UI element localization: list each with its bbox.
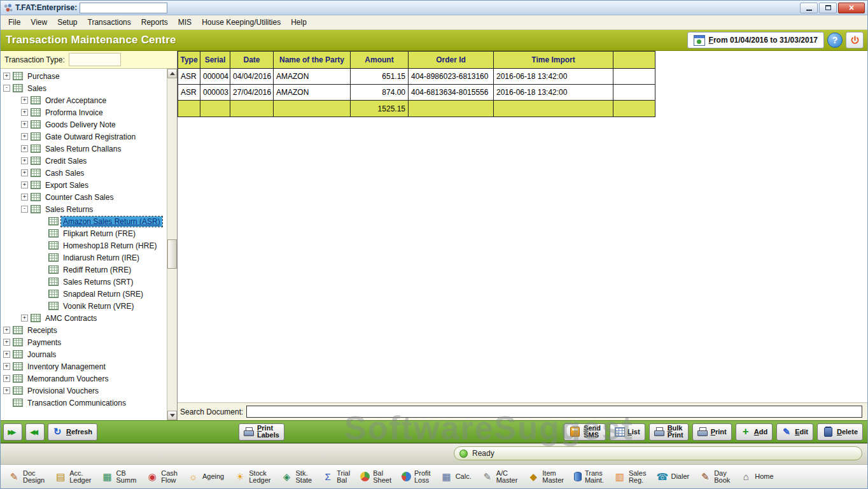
tree-item[interactable]: +Journals: [1, 348, 167, 360]
scroll-down-button[interactable]: [167, 411, 177, 420]
print-button[interactable]: Print: [692, 423, 732, 441]
shortcut-profit-loss[interactable]: ProfitLoss: [397, 468, 435, 486]
expand-icon[interactable]: +: [21, 121, 28, 128]
shortcut-ac-master[interactable]: ✎A/CMaster: [477, 468, 522, 486]
shortcut-bal-sheet[interactable]: BalSheet: [356, 468, 396, 486]
menu-item-reports[interactable]: Reports: [136, 16, 173, 29]
tree-item[interactable]: +Memorandum Vouchers: [1, 372, 167, 385]
shortcut-calc[interactable]: ▦Calc.: [437, 470, 476, 484]
tree-item[interactable]: +AMC Contracts: [1, 312, 167, 324]
expand-icon[interactable]: +: [3, 327, 10, 334]
expand-icon[interactable]: +: [21, 315, 28, 322]
date-range-button[interactable]: From 01/04/2016 to 31/03/2017: [687, 32, 824, 48]
refresh-button[interactable]: Refresh: [48, 423, 97, 441]
tree-item[interactable]: +Goods Delivery Note: [1, 118, 167, 131]
shortcut-cb-summ[interactable]: ▦CBSumm: [97, 468, 141, 486]
title-bar-input[interactable]: [80, 3, 167, 13]
exit-button[interactable]: [846, 32, 864, 48]
expand-icon[interactable]: +: [3, 351, 10, 358]
shortcut-ageing[interactable]: ☼Ageing: [183, 470, 228, 484]
expand-icon[interactable]: +: [21, 97, 28, 104]
list-button[interactable]: List: [610, 423, 645, 441]
menu-item-setup[interactable]: Setup: [52, 16, 82, 29]
expand-icon[interactable]: +: [21, 194, 28, 201]
expand-icon[interactable]: +: [3, 339, 10, 346]
expand-icon[interactable]: +: [21, 181, 28, 188]
rewind-button[interactable]: [25, 423, 45, 441]
shortcut-item-master[interactable]: ◆ItemMaster: [523, 468, 568, 486]
tree-item[interactable]: +Payments: [1, 336, 167, 348]
expand-icon[interactable]: +: [21, 145, 28, 152]
tree-item[interactable]: +Purchase: [1, 70, 167, 82]
tree-item[interactable]: +Export Sales: [1, 179, 167, 191]
menu-item-house-keeping-utilities[interactable]: House Keeping/Utilities: [197, 16, 286, 29]
minimize-button[interactable]: [800, 3, 818, 13]
menu-item-mis[interactable]: MIS: [173, 16, 197, 29]
send-sms-button[interactable]: SendSMS: [564, 423, 606, 441]
menu-item-transactions[interactable]: Transactions: [83, 16, 136, 29]
tree-item[interactable]: Snapdeal Return (SRE): [1, 288, 167, 300]
tree-item[interactable]: +Counter Cash Sales: [1, 191, 167, 203]
shortcut-stock-ledger[interactable]: ☀StockLedger: [230, 468, 275, 486]
shortcut-sales-reg[interactable]: ▥SalesReg.: [610, 468, 651, 486]
shortcut-trans-maint[interactable]: TransMaint.: [570, 468, 608, 486]
shortcut-trial-bal[interactable]: ΣTrialBal: [318, 468, 354, 486]
expand-icon[interactable]: +: [21, 157, 28, 164]
collapse-icon[interactable]: -: [3, 85, 10, 92]
tree-item[interactable]: Transaction Communications: [1, 397, 167, 409]
tree-item[interactable]: +Credit Sales: [1, 155, 167, 167]
maximize-button[interactable]: [819, 3, 837, 13]
tree-item[interactable]: +Order Acceptance: [1, 94, 167, 106]
scrollbar-thumb[interactable]: [167, 239, 177, 269]
tree-item[interactable]: Flipkart Return (FRE): [1, 227, 167, 239]
menu-item-help[interactable]: Help: [286, 16, 312, 29]
tree-item[interactable]: -Sales Returns: [1, 203, 167, 215]
expand-icon[interactable]: +: [3, 375, 10, 382]
shortcut-day-book[interactable]: ✎DayBook: [695, 468, 734, 486]
edit-button[interactable]: Edit: [776, 423, 813, 441]
expand-icon[interactable]: +: [3, 363, 10, 370]
print-labels-button[interactable]: PrintLabels: [239, 423, 284, 441]
scroll-up-button[interactable]: [167, 69, 177, 78]
tree-item[interactable]: Voonik Return (VRE): [1, 300, 167, 312]
search-document-input[interactable]: [246, 406, 862, 418]
tree-item[interactable]: +Sales Return Challans: [1, 143, 167, 155]
close-button[interactable]: [838, 3, 865, 13]
shortcut-dialer[interactable]: ☎Dialer: [652, 470, 694, 484]
table-row[interactable]: ASR00000404/04/2016AMAZON651.15404-89860…: [178, 69, 655, 85]
tree-item[interactable]: Amazon Sales Return (ASR): [1, 215, 167, 227]
shortcut-stk-state[interactable]: ◈Stk.State: [277, 468, 317, 486]
expand-icon[interactable]: +: [21, 133, 28, 140]
shortcut-cash-flow[interactable]: ◉CashFlow: [142, 468, 182, 486]
tree-item[interactable]: -Sales: [1, 82, 167, 94]
add-button[interactable]: Add: [736, 423, 773, 441]
shortcut-doc-design[interactable]: ✎DocDesign: [4, 468, 49, 486]
shortcut-home[interactable]: ⌂Home: [736, 470, 778, 484]
tree-item[interactable]: Sales Returns (SRT): [1, 276, 167, 288]
tree-scrollbar[interactable]: [167, 69, 177, 420]
tree-item[interactable]: +Inventory Management: [1, 360, 167, 372]
shortcut-acc-ledger[interactable]: ▤Acc.Ledger: [50, 468, 95, 486]
tree-item[interactable]: +Gate Outward Registration: [1, 131, 167, 143]
expand-icon[interactable]: +: [3, 73, 10, 80]
menu-item-file[interactable]: File: [3, 16, 25, 29]
collapse-icon[interactable]: -: [21, 206, 28, 213]
menu-item-view[interactable]: View: [25, 16, 52, 29]
power-icon: [850, 36, 860, 45]
expand-icon[interactable]: +: [21, 109, 28, 116]
tree-item[interactable]: Indiarush Return (IRE): [1, 252, 167, 264]
tree-item[interactable]: +Proforma Invoice: [1, 106, 167, 118]
tree-item[interactable]: +Provisional Vouchers: [1, 385, 167, 397]
expand-icon[interactable]: +: [3, 387, 10, 394]
tree-item[interactable]: +Receipts: [1, 324, 167, 336]
delete-button[interactable]: Delete: [817, 423, 863, 441]
fast-forward-button[interactable]: [3, 423, 22, 441]
help-button[interactable]: ?: [827, 32, 843, 48]
tree-item[interactable]: Rediff Return (RRE): [1, 264, 167, 276]
tree-item[interactable]: +Cash Sales: [1, 167, 167, 179]
bulk-print-button[interactable]: BulkPrint: [649, 423, 689, 441]
table-row[interactable]: ASR00000327/04/2016AMAZON874.00404-68136…: [178, 85, 655, 101]
expand-icon[interactable]: +: [21, 169, 28, 176]
tree-item[interactable]: Homeshop18 Return (HRE): [1, 239, 167, 252]
transaction-type-input[interactable]: [69, 53, 121, 66]
